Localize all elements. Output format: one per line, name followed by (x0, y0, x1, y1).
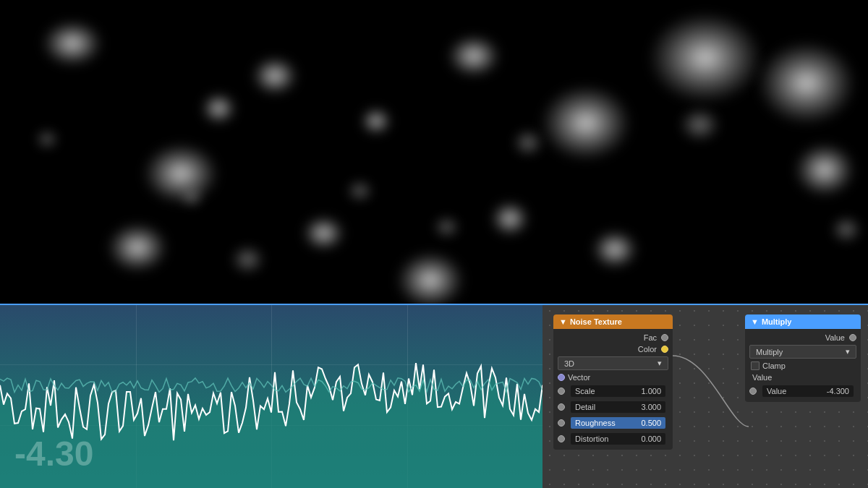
roughness-field[interactable]: Roughness 0.500 (571, 417, 665, 429)
noise-blob-7 (760, 43, 854, 123)
distortion-value: 0.000 (641, 435, 661, 443)
value-input-row: Value -4.300 (745, 383, 861, 399)
detail-row: Detail 3.000 (553, 399, 673, 415)
noise-blob-extra-7 (181, 188, 203, 206)
multiply-value-output-row: Value (745, 332, 861, 343)
noise-blob-extra-6 (434, 217, 459, 237)
noise-blob-13 (796, 145, 854, 195)
value-field-label: Value (767, 387, 786, 395)
vector-socket[interactable] (558, 374, 565, 381)
multiply-header: ▼ Multiply (745, 314, 861, 329)
noise-blob-8 (109, 224, 166, 271)
detail-socket[interactable] (558, 403, 565, 411)
noise-blob-extra-5 (36, 130, 58, 148)
multiply-output-socket[interactable] (849, 334, 856, 341)
value-field[interactable]: Value -4.300 (762, 385, 854, 397)
noise-blob-5 (542, 87, 629, 159)
noise-blob-2 (253, 58, 297, 94)
scale-socket[interactable] (558, 388, 565, 395)
distortion-label: Distortion (575, 435, 608, 443)
dropdown-arrow-icon: ▾ (658, 359, 662, 368)
noise-blob-extra-0 (347, 181, 373, 201)
roughness-value: 0.500 (641, 419, 661, 427)
color-label: Color (638, 345, 657, 354)
node-panel: ▼ Noise Texture Fac Color (542, 304, 868, 488)
noise-blob-12 (492, 202, 528, 235)
multiply-output-label: Value (825, 333, 845, 342)
noise-blob-6 (651, 14, 760, 101)
clamp-row: Clamp (745, 360, 861, 372)
noise-texture-body: Fac Color 3D ▾ (553, 329, 673, 450)
scale-field[interactable]: Scale 1.000 (571, 385, 665, 397)
graph-area: -4.30 (0, 304, 542, 488)
noise-blob-3 (362, 108, 391, 134)
multiply-arrow: ▼ (751, 317, 759, 326)
bottom-area: -4.30 ▼ Noise Texture (0, 304, 868, 488)
waveform-svg (0, 304, 542, 488)
vector-label: Vector (568, 373, 590, 382)
roughness-label: Roughness (575, 419, 616, 427)
scale-value: 1.000 (641, 387, 661, 395)
fac-label: Fac (644, 333, 657, 342)
color-socket[interactable] (661, 346, 668, 353)
noise-blob-extra-4 (832, 217, 861, 242)
noise-blob-extra-3 (680, 108, 720, 141)
roughness-socket[interactable] (558, 419, 565, 427)
fac-output-row: Fac (553, 332, 673, 343)
noise-blob-extra-1 (231, 246, 264, 273)
roughness-row: Roughness 0.500 (553, 415, 673, 431)
noise-blob-9 (304, 217, 344, 249)
scale-row: Scale 1.000 (553, 383, 673, 399)
value-input-socket[interactable] (749, 388, 757, 395)
multiply-dropdown-arrow-icon: ▾ (846, 347, 850, 356)
multiply-operation-dropdown[interactable]: Multiply ▾ (749, 345, 856, 359)
detail-value: 3.000 (641, 403, 661, 411)
top-viewport (0, 0, 868, 304)
noise-blob-11 (203, 94, 235, 123)
noise-blob-10 (398, 253, 463, 304)
detail-label: Detail (575, 403, 595, 411)
clamp-label: Clamp (762, 361, 786, 370)
noise-blob-0 (43, 22, 101, 65)
multiply-body: Value Multiply ▾ Clamp Valu (745, 329, 861, 402)
multiply-node: ▼ Multiply Value Multiply ▾ (745, 314, 861, 402)
noise-texture-node: ▼ Noise Texture Fac Color (553, 314, 673, 450)
noise-texture-arrow: ▼ (559, 317, 567, 326)
clamp-checkbox[interactable] (751, 361, 760, 370)
value-input-label-row: Value (745, 372, 861, 383)
value-input-label: Value (749, 373, 772, 382)
scale-label: Scale (575, 387, 595, 395)
value-field-value: -4.300 (827, 387, 849, 395)
dimension-dropdown[interactable]: 3D ▾ (558, 356, 668, 370)
distortion-row: Distortion 0.000 (553, 431, 673, 447)
fac-socket[interactable] (661, 334, 668, 341)
noise-texture-title: Noise Texture (570, 317, 622, 326)
distortion-field[interactable]: Distortion 0.000 (571, 433, 665, 445)
multiply-title: Multiply (762, 317, 792, 326)
noise-texture-header: ▼ Noise Texture (553, 314, 673, 329)
distortion-socket[interactable] (558, 435, 565, 442)
noise-blob-extra-2 (514, 130, 542, 155)
vector-input-row: Vector (553, 372, 673, 383)
noise-blob-4 (448, 36, 499, 76)
main-container: -4.30 ▼ Noise Texture (0, 0, 868, 488)
noise-blob-14 (593, 231, 637, 267)
color-output-row: Color (553, 343, 673, 355)
viewport-separator (0, 304, 868, 305)
detail-field[interactable]: Detail 3.000 (571, 401, 665, 413)
